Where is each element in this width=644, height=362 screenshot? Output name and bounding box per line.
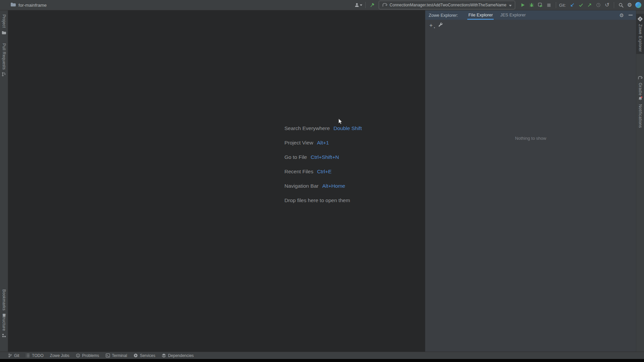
editor-empty-area[interactable]: Search EverywhereDouble Shift Project Vi…: [8, 10, 425, 352]
git-update-button[interactable]: [568, 1, 577, 9]
toolbar-separator: [556, 2, 556, 8]
git-push-button[interactable]: [585, 1, 594, 9]
project-name: for-mainframe: [18, 3, 47, 8]
chevron-down-icon: [509, 2, 512, 8]
tab-file-explorer[interactable]: File Explorer: [465, 10, 496, 20]
zowe-explorer-panel: Zowe Explorer: File Explorer JES Explore…: [425, 10, 636, 352]
ide-window: for-mainframe ConnectionManager.testAddT…: [0, 0, 644, 362]
zowe-icon: Z: [638, 16, 643, 22]
gradle-icon: [638, 75, 643, 81]
structure-icon: [2, 333, 6, 339]
statusbar-item-services[interactable]: Services: [133, 353, 155, 358]
tool-window-header: Zowe Explorer: File Explorer JES Explore…: [425, 10, 636, 20]
folder-icon: [2, 30, 6, 36]
tool-stripe-structure[interactable]: Structure: [0, 311, 8, 341]
shortcut-row: Go to FileCtrl+Shift+N: [284, 150, 362, 164]
git-label: Git:: [559, 3, 566, 8]
project-title-group: for-mainframe: [0, 2, 47, 8]
run-configuration-name: ConnectionManager.testAddTwoConnectionsW…: [390, 3, 506, 7]
screen-bottom-edge: [0, 359, 644, 362]
tool-stripe-pull-requests[interactable]: Pull Requests: [0, 41, 8, 80]
statusbar-item-terminal[interactable]: Terminal: [106, 353, 127, 358]
toolbar-separator: [365, 2, 366, 8]
build-hammer-button[interactable]: [368, 1, 377, 9]
main-toolbar: ConnectionManager.testAddTwoConnectionsW…: [354, 1, 644, 9]
gradle-icon: [382, 2, 387, 8]
settings-gear-button[interactable]: ⚙: [625, 1, 634, 9]
pull-request-icon: [2, 72, 6, 78]
run-with-coverage-button[interactable]: [536, 1, 545, 9]
notification-bell-icon: [638, 96, 643, 102]
statusbar-item-zowe-jobs[interactable]: Zowe Jobs: [50, 353, 69, 358]
toolbar-separator: [614, 2, 614, 8]
left-tool-stripe: Project Pull Requests Bookmarks: [0, 10, 8, 352]
stop-button[interactable]: [545, 1, 553, 9]
search-everywhere-button[interactable]: [616, 1, 625, 9]
tool-stripe-notifications[interactable]: Notifications: [636, 94, 644, 130]
rollback-button[interactable]: ↺: [603, 1, 611, 9]
panel-toolbar: +▾: [425, 20, 636, 31]
git-commit-button[interactable]: [577, 1, 585, 9]
panel-gear-icon[interactable]: ⚙: [620, 13, 624, 18]
right-tool-stripe: Z Zowe Explorer Gradle Notifications: [636, 10, 644, 352]
run-button[interactable]: [519, 1, 527, 9]
shortcut-row: Search EverywhereDouble Shift: [284, 121, 362, 135]
tab-jes-explorer[interactable]: JES Explorer: [496, 10, 529, 20]
shortcut-row: Navigation BarAlt+Home: [284, 179, 362, 193]
statusbar-item-git[interactable]: Git: [8, 353, 19, 358]
statusbar-item-todo[interactable]: TODO: [25, 353, 43, 358]
tool-stripe-project[interactable]: Project: [0, 12, 8, 38]
tool-stripe-zowe-explorer[interactable]: Z Zowe Explorer: [636, 14, 644, 54]
empty-state-text: Nothing to show: [425, 136, 636, 141]
user-profile-button[interactable]: [354, 1, 363, 9]
debug-button[interactable]: [527, 1, 536, 9]
add-connection-button[interactable]: +▾: [429, 22, 433, 28]
shortcut-row: Drop files here to open them: [284, 193, 362, 207]
tool-window-title: Zowe Explorer:: [429, 13, 458, 18]
hide-panel-button[interactable]: [629, 15, 633, 15]
statusbar: Git TODO Zowe Jobs Problems Terminal Ser…: [0, 352, 644, 359]
avatar[interactable]: [634, 1, 643, 9]
shortcut-row: Project ViewAlt+1: [284, 135, 362, 150]
wrench-settings-button[interactable]: [438, 22, 443, 28]
project-folder-icon: [10, 2, 16, 8]
run-configuration-select[interactable]: ConnectionManager.testAddTwoConnectionsW…: [379, 1, 515, 9]
statusbar-item-dependencies[interactable]: Dependencies: [162, 353, 194, 358]
mouse-cursor: [338, 118, 343, 126]
history-clock-button[interactable]: [594, 1, 603, 9]
editor-shortcuts-list: Search EverywhereDouble Shift Project Vi…: [284, 121, 362, 207]
statusbar-item-problems[interactable]: Problems: [76, 353, 99, 358]
shortcut-row: Recent FilesCtrl+E: [284, 164, 362, 179]
titlebar: for-mainframe ConnectionManager.testAddT…: [0, 0, 644, 10]
